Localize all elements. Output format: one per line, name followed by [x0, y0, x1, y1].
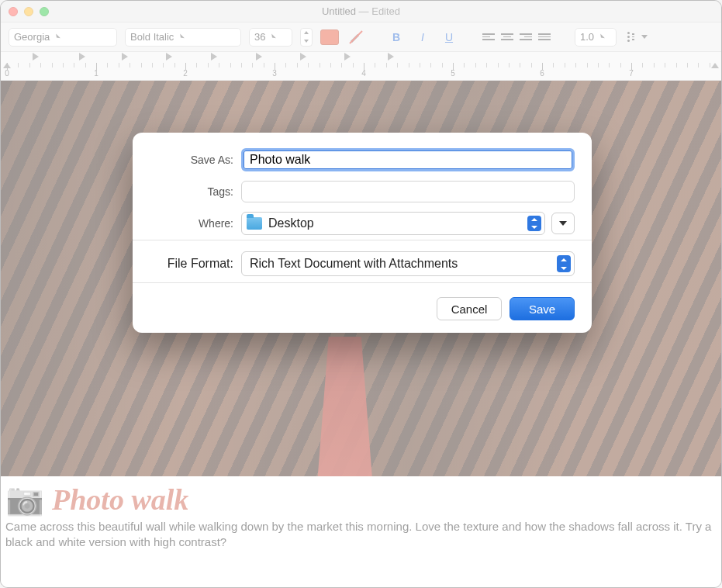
- align-left-button[interactable]: [480, 29, 497, 46]
- tags-field[interactable]: [241, 181, 575, 202]
- ruler-tick: [386, 63, 387, 67]
- marker-icon: [348, 29, 364, 45]
- tab-stop[interactable]: [211, 53, 217, 61]
- tab-stop[interactable]: [79, 53, 85, 61]
- ruler-tick: [498, 63, 499, 67]
- ruler-tick: [208, 63, 209, 67]
- tab-stop[interactable]: [256, 53, 262, 61]
- ruler-tick: [341, 63, 342, 67]
- expand-save-panel-button[interactable]: [551, 213, 575, 234]
- document-body-text[interactable]: Came across this beautiful wall while wa…: [1, 519, 721, 551]
- ruler-tick: [130, 63, 130, 67]
- font-family-value: Georgia: [14, 31, 50, 43]
- font-size-up[interactable]: [301, 29, 312, 37]
- list-style-button[interactable]: [624, 28, 651, 47]
- ruler-tick: [40, 63, 41, 67]
- underline-button[interactable]: U: [440, 28, 458, 47]
- ruler-tick: [330, 63, 331, 67]
- ruler-tick: [18, 63, 19, 67]
- ruler-tick: [698, 63, 699, 67]
- font-family-select[interactable]: Georgia: [9, 28, 117, 47]
- ruler-tick: [710, 63, 710, 67]
- right-indent-marker[interactable]: [711, 63, 719, 68]
- ruler-tick: [665, 63, 665, 67]
- document-edited-suffix: — Edited: [356, 5, 400, 17]
- ruler-area: 01234567: [1, 52, 721, 81]
- ruler-tick: [531, 63, 532, 67]
- updown-icon: [527, 216, 541, 231]
- ruler-tick: [107, 63, 108, 67]
- ruler-tick: [409, 63, 409, 67]
- ruler-tick: [85, 63, 86, 67]
- align-justify-button[interactable]: [536, 29, 553, 46]
- dialog-button-row: Cancel Save: [150, 297, 575, 320]
- save-as-field[interactable]: [241, 148, 575, 171]
- ruler-tick: [642, 63, 643, 67]
- ruler-tick: [464, 63, 465, 67]
- ruler-tick: [553, 63, 554, 67]
- ruler-tick: [320, 63, 320, 67]
- where-location-select[interactable]: Desktop: [241, 212, 545, 235]
- divider: [133, 282, 592, 283]
- tab-stop[interactable]: [388, 53, 394, 61]
- window-title: Untitled — Edited: [1, 5, 721, 17]
- font-size-stepper[interactable]: [300, 28, 313, 47]
- font-size-down[interactable]: [301, 37, 312, 46]
- align-right-button[interactable]: [517, 29, 534, 46]
- font-size-select[interactable]: 36: [249, 28, 292, 47]
- ruler-tick: [353, 63, 354, 67]
- ruler-tick: [230, 63, 231, 67]
- ruler-tick: [509, 63, 510, 67]
- ruler-tick: [575, 63, 576, 67]
- ruler-tick: [364, 63, 364, 71]
- ruler-tick: [185, 63, 186, 71]
- ruler-tick: [587, 63, 588, 67]
- line-spacing-select[interactable]: 1.0: [575, 28, 617, 47]
- align-center-button[interactable]: [499, 29, 516, 46]
- ruler-tick: [654, 63, 655, 67]
- tab-stops-track[interactable]: [1, 52, 721, 63]
- document-heading[interactable]: Photo walk: [52, 483, 188, 517]
- ruler-tick: [609, 63, 610, 67]
- tab-stop[interactable]: [33, 53, 39, 61]
- save-button[interactable]: Save: [510, 297, 575, 320]
- font-size-value: 36: [254, 31, 265, 43]
- ruler-tick: [453, 63, 454, 71]
- heading-row: 📷 Photo walk: [1, 476, 721, 519]
- ruler-tick: [565, 63, 565, 67]
- cancel-button[interactable]: Cancel: [437, 297, 502, 320]
- tab-stop[interactable]: [300, 53, 306, 61]
- app-window: Untitled — Edited Georgia Bold Italic 36…: [0, 0, 722, 588]
- file-format-select[interactable]: Rich Text Document with Attachments: [241, 251, 575, 276]
- ruler-tick: [196, 63, 197, 67]
- folder-icon: [247, 217, 262, 230]
- divider: [133, 240, 592, 240]
- ruler-tick: [486, 63, 487, 67]
- format-toolbar: Georgia Bold Italic 36 B I U: [1, 22, 721, 52]
- ruler-tick: [96, 63, 97, 71]
- tab-stop[interactable]: [122, 53, 128, 61]
- font-style-select[interactable]: Bold Italic: [125, 28, 241, 47]
- ruler-tick: [163, 63, 164, 67]
- font-style-value: Bold Italic: [130, 31, 174, 43]
- italic-button[interactable]: I: [413, 28, 432, 47]
- ruler-tick: [241, 63, 242, 67]
- ruler-tick: [308, 63, 309, 67]
- ruler-tick: [442, 63, 443, 67]
- ruler-tick: [119, 63, 119, 67]
- text-color-swatch[interactable]: [320, 29, 339, 45]
- highlight-color-button[interactable]: [347, 28, 365, 47]
- ruler-tick: [430, 63, 431, 67]
- list-icon: [627, 32, 630, 42]
- ruler-tick: [397, 63, 398, 67]
- tab-stop[interactable]: [166, 53, 172, 61]
- camera-icon: 📷: [5, 481, 44, 517]
- ruler-tick: [676, 63, 677, 67]
- bold-button[interactable]: B: [387, 28, 406, 47]
- save-as-label: Save As:: [150, 154, 241, 166]
- ruler[interactable]: 01234567: [1, 63, 721, 80]
- ruler-tick: [7, 63, 8, 71]
- updown-icon: [557, 255, 571, 272]
- tab-stop[interactable]: [344, 53, 351, 61]
- ruler-tick: [275, 63, 275, 71]
